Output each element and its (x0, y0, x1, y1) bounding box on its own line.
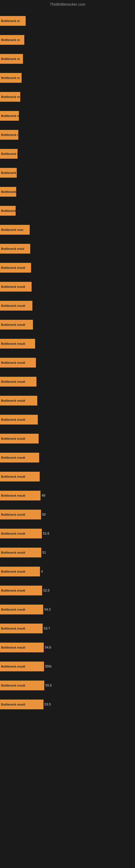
bar-label: Bottleneck result (1, 266, 25, 269)
bar: Bottleneck result (0, 415, 38, 425)
bar-value: 50 (42, 513, 46, 517)
bar-label: Bottleneck re (1, 152, 20, 155)
bar-label: Bottleneck re (1, 114, 20, 118)
bar-value: 54.3 (44, 608, 50, 611)
bar-value: 54.6 (45, 646, 51, 649)
bar-row: Bottleneck result (0, 353, 135, 372)
bar-label: Bottleneck result (1, 475, 25, 478)
site-title-text: TheBottlenecker.com (50, 2, 85, 6)
bar: Bottleneck result (0, 472, 40, 482)
bar-value: 53.7 (44, 627, 50, 630)
bar-label: Bottleneck result (1, 456, 25, 459)
bar-row: Bottleneck result (0, 391, 135, 410)
bar-row: Bottleneck re (0, 144, 135, 163)
bar: Bottleneck result (0, 339, 35, 348)
bar-label: Bottleneck re (1, 38, 20, 41)
bar: Bottleneck result (0, 396, 37, 405)
bar-row: Bottleneck result52.6 (0, 524, 135, 543)
bar-row: Bottleneck result49 (0, 486, 135, 505)
bar-label: Bottleneck result (1, 304, 25, 307)
bar-label: Bottleneck result (1, 589, 25, 592)
bar-label: Bottleneck re (1, 57, 20, 61)
bar-label: Bottleneck result (1, 684, 25, 687)
bar: Bottleneck result54.6 (0, 643, 44, 652)
bar-row: Bottleneck res (0, 201, 135, 220)
bar: Bottleneck resul (0, 244, 30, 254)
bar: Bottleneck result55% (0, 661, 44, 671)
bar: Bottleneck result (0, 358, 36, 368)
bar-label: Bottleneck re (1, 133, 20, 136)
bar-label: Bottleneck re (1, 19, 20, 23)
bar-label: Bottleneck re (1, 76, 20, 80)
bar-row: Bottleneck re (0, 182, 135, 201)
bar-label: Bottleneck result (1, 551, 25, 554)
bar-row: Bottleneck re (0, 125, 135, 144)
bar-label: Bottleneck resul (1, 247, 24, 250)
bar-label: Bottleneck result (1, 513, 25, 516)
bar-label: Bottleneck result (1, 570, 25, 573)
bar-label: Bottleneck result (1, 646, 25, 649)
bar-row: Bottleneck result53.7 (0, 619, 135, 638)
bar: Bottleneck res (0, 206, 16, 216)
bar-row: Bottleneck result55.5 (0, 676, 135, 695)
bar-row: Bottleneck result (0, 277, 135, 296)
bar: Bottleneck result (0, 301, 32, 311)
bar: Bottleneck result (0, 320, 33, 330)
bar-row: Bottleneck re (0, 11, 135, 30)
bar-label: Bottleneck result (1, 627, 25, 630)
bar: Bottleneck re (0, 54, 23, 64)
bar-row: Bottleneck result55% (0, 657, 135, 676)
bar: Bottleneck result53.7 (0, 624, 43, 633)
bar: Bottleneck result (0, 263, 31, 273)
bar-label: Bottleneck result (1, 532, 25, 535)
bar-row: Bottleneck result53.5 (0, 695, 135, 714)
bar-value: 55.5 (45, 684, 52, 687)
bar-row: Bottleneck result (0, 315, 135, 334)
bar: Bottleneck result52.6 (0, 529, 42, 538)
bar: Bottleneck result49 (0, 491, 41, 500)
bar-label: Bottleneck result (1, 608, 25, 611)
bar: Bottleneck re (0, 149, 17, 159)
bar-row: Bottleneck result (0, 296, 135, 315)
bar-row: Bottleneck re (0, 106, 135, 125)
bar: Bottleneck result4 (0, 567, 40, 577)
bar-row: Bottleneck re (0, 50, 135, 68)
bar-row: Bottleneck result54.3 (0, 600, 135, 619)
bar-row: Bottleneck result50 (0, 505, 135, 524)
bar-label: Bottleneck result (1, 380, 25, 383)
bar-label: Bottleneck result (1, 285, 25, 288)
bar-row: Bottleneck result (0, 258, 135, 277)
bar: Bottleneck result (0, 282, 32, 291)
bar-row: Bottleneck result (0, 410, 135, 429)
bar-row: Bottleneck result (0, 334, 135, 353)
bar: Bottleneck result55.5 (0, 681, 44, 690)
bar: Bottleneck re (0, 16, 26, 26)
bar-row: Bottleneck result4 (0, 562, 135, 581)
bar: Bottleneck resu (0, 225, 30, 235)
bar-value: 52.5 (43, 589, 49, 592)
bar-value: 49 (42, 494, 45, 497)
bar-value: 55% (45, 664, 52, 669)
bar: Bottleneck result (0, 453, 39, 463)
bar: Bottleneck re (0, 130, 18, 140)
bar: Bottleneck re (0, 111, 19, 121)
bar-row: Bottleneck re (0, 87, 135, 106)
bar-row: Bottleneck result (0, 467, 135, 486)
bar-label: Bottleneck result (1, 437, 25, 440)
bar-label: Bottleneck re (1, 190, 20, 193)
bar: Bottleneck re (0, 168, 17, 178)
bar-row: Bottleneck re (0, 30, 135, 50)
bar: Bottleneck re (0, 187, 16, 197)
bar: Bottleneck result54.3 (0, 604, 43, 614)
bar: Bottleneck result (0, 377, 37, 386)
bar-row: Bottleneck result54.6 (0, 638, 135, 657)
bar-row: Bottleneck resu (0, 220, 135, 239)
bar-value: 52.6 (43, 532, 49, 535)
bar-label: Bottleneck result (1, 399, 25, 402)
bar-row: Bottleneck re (0, 163, 135, 182)
bar: Bottleneck result50 (0, 510, 41, 520)
bar-row: Bottleneck result (0, 429, 135, 448)
bar-label: Bottleneck res (1, 209, 21, 212)
bar-row: Bottleneck result52.5 (0, 581, 135, 600)
site-title-bar: TheBottlenecker.com (0, 0, 135, 9)
